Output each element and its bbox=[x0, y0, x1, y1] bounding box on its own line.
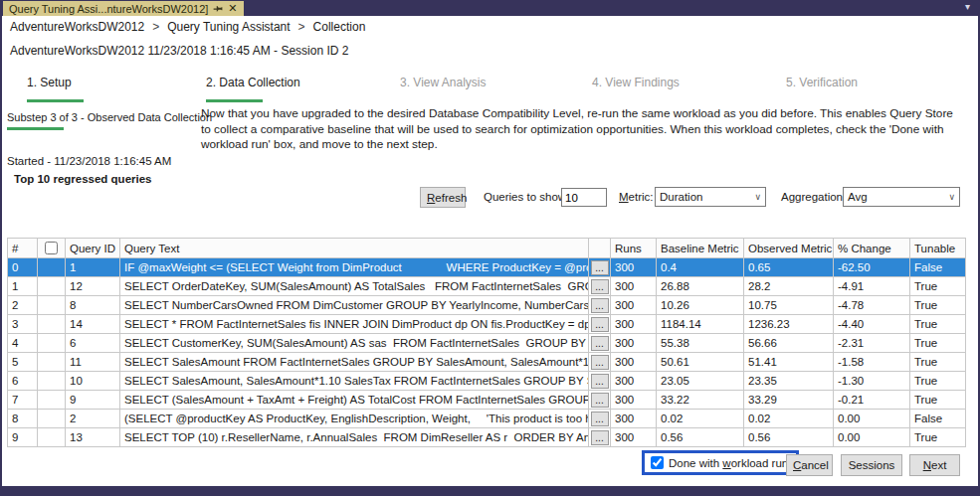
select-all-checkbox[interactable] bbox=[45, 242, 58, 254]
tunable-cell: True bbox=[910, 296, 966, 315]
next-button[interactable]: Next bbox=[909, 454, 960, 476]
ellipsis-cell[interactable]: ... bbox=[589, 334, 611, 353]
metric-label: Metric: bbox=[619, 191, 654, 203]
window-menu-caret-icon[interactable]: ▾ bbox=[965, 1, 970, 12]
table-row[interactable]: 79SELECT (SalesAmount + TaxAmt + Freight… bbox=[8, 391, 966, 410]
baseline-metric-cell: 0.02 bbox=[657, 410, 744, 428]
ellipsis-cell[interactable]: ... bbox=[589, 410, 611, 428]
step-setup[interactable]: 1. Setup bbox=[27, 76, 84, 102]
table-row[interactable]: 913SELECT TOP (10) r.ResellerName, r.Ann… bbox=[8, 428, 966, 447]
table-row[interactable]: 314SELECT * FROM FactInternetSales fis I… bbox=[8, 315, 966, 334]
observed-metric-cell: 23.35 bbox=[744, 372, 834, 391]
ellipsis-cell[interactable]: ... bbox=[589, 372, 611, 391]
row-checkbox-cell bbox=[38, 410, 66, 428]
header-baseline-metric[interactable]: Baseline Metric bbox=[657, 239, 744, 258]
step-view-findings[interactable]: 4. View Findings bbox=[592, 76, 680, 89]
header-runs[interactable]: Runs bbox=[611, 239, 657, 258]
query-id-cell: 10 bbox=[66, 372, 120, 391]
table-row[interactable]: 46SELECT CustomerKey, SUM(SalesAmount) A… bbox=[8, 334, 966, 353]
observed-metric-cell: 33.29 bbox=[744, 391, 834, 410]
query-details-button[interactable]: ... bbox=[591, 374, 609, 389]
pct-change-cell: -4.40 bbox=[834, 315, 910, 334]
table-row[interactable]: 511SELECT SalesAmount FROM FactInternetS… bbox=[8, 353, 966, 372]
breadcrumb-separator: > bbox=[152, 20, 159, 34]
header-query-text[interactable]: Query Text bbox=[120, 239, 589, 258]
query-details-button[interactable]: ... bbox=[591, 393, 609, 408]
row-index-cell: 4 bbox=[8, 334, 38, 353]
table-row[interactable]: 112SELECT OrderDateKey, SUM(SalesAmount)… bbox=[8, 277, 966, 296]
pin-icon[interactable] bbox=[213, 4, 223, 14]
ellipsis-cell[interactable]: ... bbox=[589, 428, 611, 447]
query-details-button[interactable]: ... bbox=[591, 355, 609, 370]
ellipsis-cell[interactable]: ... bbox=[589, 353, 611, 372]
refresh-button[interactable]: Refresh bbox=[420, 187, 466, 208]
breadcrumb-assistant[interactable]: Query Tuning Assistant bbox=[167, 20, 290, 34]
observed-metric-cell: 56.66 bbox=[744, 334, 834, 353]
sessions-button[interactable]: Sessions bbox=[841, 454, 902, 476]
pct-change-cell: -4.78 bbox=[834, 296, 910, 315]
tunable-cell: True bbox=[910, 428, 966, 447]
ellipsis-cell[interactable]: ... bbox=[589, 296, 611, 315]
query-id-cell: 13 bbox=[66, 428, 120, 447]
substep-description: Now that you have upgraded to the desire… bbox=[201, 106, 962, 153]
window-bottom-border bbox=[2, 486, 978, 496]
pct-change-cell: -1.58 bbox=[834, 353, 910, 372]
baseline-metric-cell: 26.88 bbox=[657, 277, 744, 296]
breadcrumb: AdventureWorksDW2012 > Query Tuning Assi… bbox=[10, 20, 365, 34]
query-id-cell: 1 bbox=[66, 258, 120, 277]
aggregation-dropdown[interactable]: Avg ∨ bbox=[843, 187, 960, 207]
table-row[interactable]: 82(SELECT @productKey AS ProductKey, Eng… bbox=[8, 410, 966, 428]
metric-selected-value: Duration bbox=[660, 191, 702, 203]
row-index-cell: 0 bbox=[8, 258, 38, 277]
observed-metric-cell: 0.02 bbox=[744, 410, 834, 428]
pct-change-cell: -2.31 bbox=[834, 334, 910, 353]
query-details-button[interactable]: ... bbox=[591, 260, 609, 275]
document-tab[interactable]: Query Tuning Assi...ntureWorksDW2012] ✕ bbox=[3, 1, 244, 16]
tunable-cell: True bbox=[910, 334, 966, 353]
step-view-analysis[interactable]: 3. View Analysis bbox=[400, 76, 487, 89]
row-checkbox-cell bbox=[38, 428, 66, 447]
pct-change-cell: -0.21 bbox=[834, 391, 910, 410]
query-details-button[interactable]: ... bbox=[591, 336, 609, 351]
step-verification[interactable]: 5. Verification bbox=[786, 76, 858, 89]
runs-cell: 300 bbox=[611, 353, 657, 372]
header-observed-metric[interactable]: Observed Metric bbox=[744, 239, 834, 258]
runs-cell: 300 bbox=[611, 334, 657, 353]
step-active-underline bbox=[27, 99, 84, 102]
runs-cell: 300 bbox=[611, 428, 657, 447]
table-row[interactable]: 01IF @maxWeight <= (SELECT Weight from D… bbox=[8, 258, 966, 277]
header-query-id[interactable]: Query ID bbox=[66, 239, 120, 258]
breadcrumb-database[interactable]: AdventureWorksDW2012 bbox=[10, 20, 144, 34]
ellipsis-cell[interactable]: ... bbox=[589, 391, 611, 410]
header-tunable[interactable]: Tunable bbox=[910, 239, 966, 258]
cancel-button[interactable]: Cancel bbox=[786, 454, 833, 476]
step-label: 4. View Findings bbox=[592, 76, 680, 89]
ellipsis-cell[interactable]: ... bbox=[589, 258, 611, 277]
top-queries-heading: Top 10 regressed queries bbox=[14, 173, 151, 185]
substep-label: Substep 3 of 3 - Observed Data Collectio… bbox=[7, 111, 212, 123]
query-text-cell: SELECT OrderDateKey, SUM(SalesAmount) AS… bbox=[120, 277, 589, 296]
breadcrumb-collection[interactable]: Collection bbox=[313, 20, 366, 34]
query-details-button[interactable]: ... bbox=[591, 412, 609, 426]
table-row[interactable]: 610SELECT SalesAmount, SalesAmount*1.10 … bbox=[8, 372, 966, 391]
query-details-button[interactable]: ... bbox=[591, 317, 609, 332]
observed-metric-cell: 28.2 bbox=[744, 277, 834, 296]
close-icon[interactable]: ✕ bbox=[228, 3, 237, 14]
queries-to-show-input[interactable] bbox=[561, 188, 607, 207]
step-data-collection[interactable]: 2. Data Collection bbox=[206, 76, 300, 102]
ellipsis-cell[interactable]: ... bbox=[589, 315, 611, 334]
header-index[interactable]: # bbox=[8, 239, 38, 258]
table-row[interactable]: 28SELECT NumberCarsOwned FROM DimCustome… bbox=[8, 296, 966, 315]
query-details-button[interactable]: ... bbox=[591, 430, 609, 445]
header-pct-change[interactable]: % Change bbox=[834, 239, 910, 258]
query-id-cell: 11 bbox=[66, 353, 120, 372]
row-index-cell: 8 bbox=[8, 410, 38, 428]
query-details-button[interactable]: ... bbox=[591, 279, 609, 294]
tunable-cell: True bbox=[910, 277, 966, 296]
metric-dropdown[interactable]: Duration ∨ bbox=[655, 187, 766, 207]
query-details-button[interactable]: ... bbox=[591, 298, 609, 313]
query-id-cell: 8 bbox=[66, 296, 120, 315]
done-with-workload-checkbox[interactable] bbox=[651, 456, 664, 469]
query-text-cell: SELECT SalesAmount, SalesAmount*1.10 Sal… bbox=[120, 372, 589, 391]
ellipsis-cell[interactable]: ... bbox=[589, 277, 611, 296]
